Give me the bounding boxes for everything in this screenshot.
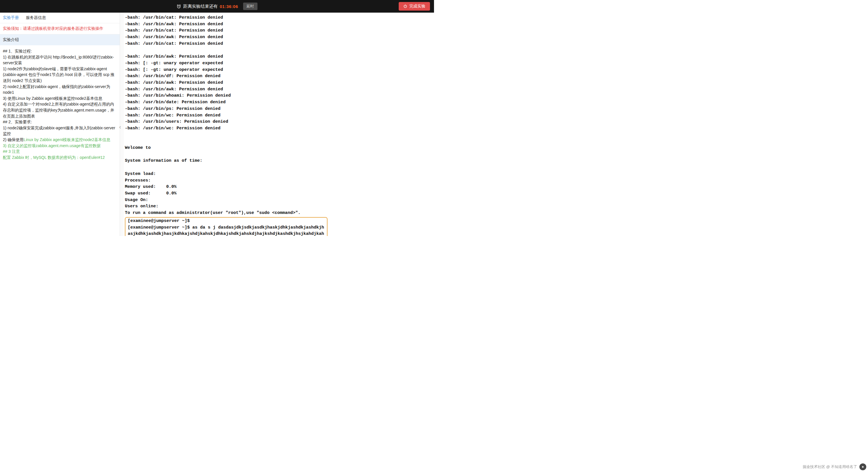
terminal-output: -bash: /usr/bin/cat: Permission denied-b… (125, 14, 434, 216)
terminal-line: Users online: (125, 203, 434, 210)
terminal-line: -bash: /usr/bin/date: Permission denied (125, 99, 434, 106)
manual-paragraph: 1) 在跳板机的浏览器中访问 http://$node1_ip:8080/进行z… (3, 54, 117, 66)
manual-paragraph: ## 2、实验要求: (3, 119, 117, 125)
power-icon (403, 4, 407, 8)
terminal-line: -bash: /usr/bin/awk: Permission denied (125, 34, 434, 41)
manual-paragraph: 1) node2作为zabbix的slave端，需要手动安装zabbix-age… (3, 66, 117, 84)
terminal-line: -bash: [: -gt: unary operator expected (125, 60, 434, 67)
terminal-line: To run a command as administrator(user "… (125, 210, 434, 216)
terminal-line (125, 151, 434, 158)
terminal-line: -bash: /usr/bin/cat: Permission denied (125, 14, 434, 21)
panel-divider: ‹ (120, 12, 124, 236)
manual-content: ## 1、实验过程:1) 在跳板机的浏览器中访问 http://$node1_i… (0, 45, 120, 160)
terminal-line (125, 132, 434, 138)
main-layout: 实验手册 服务器信息 实验须知：请通过跳板机登录对应的服务器进行实验操作 实验介… (0, 12, 434, 236)
experiment-sidebar: 实验手册 服务器信息 实验须知：请通过跳板机登录对应的服务器进行实验操作 实验介… (0, 12, 120, 236)
tab-server-info[interactable]: 服务器信息 (26, 15, 46, 20)
alarm-clock-icon (177, 4, 181, 9)
manual-paragraph: 1) node2确保安装完成zabbix-agent服务,并加入到zabbix-… (3, 125, 117, 137)
timer-label: 距离实验结束还有 (183, 4, 218, 9)
terminal-line: -bash: /usr/bin/awk: Permission denied (125, 54, 434, 60)
manual-paragraph: 3) 自定义的监控项zabbix.agent.mem.usage有监控数据 (3, 143, 117, 149)
terminal-line: Processes: (125, 177, 434, 184)
chevron-left-icon[interactable]: ‹ (119, 124, 121, 130)
terminal-line: -bash: /usr/bin/awk: Permission denied (125, 21, 434, 28)
section-title-intro: 实验介绍 (0, 34, 120, 45)
terminal-input-box[interactable]: [examinee@jumpserver ~]$[examinee@jumpse… (125, 217, 328, 236)
terminal-command-line[interactable]: [examinee@jumpserver ~]$ as da s j dasda… (128, 225, 324, 236)
terminal-line: -bash: /usr/bin/df: Permission denied (125, 73, 434, 80)
finish-button-label: 完成实验 (409, 4, 425, 9)
timer-group: 距离实验结束还有 01:36:06 延时 (177, 3, 257, 10)
terminal-line: -bash: /usr/bin/whoami: Permission denie… (125, 93, 434, 99)
topbar: 距离实验结束还有 01:36:06 延时 完成实验 (0, 0, 434, 12)
terminal-line (125, 138, 434, 145)
manual-paragraph: 3) 使用Linux by Zabbix agent模板来监控node2基本信息 (3, 96, 117, 102)
terminal-line: -bash: /usr/bin/awk: Permission denied (125, 80, 434, 86)
terminal-line (125, 47, 434, 54)
terminal-line: System load: (125, 171, 434, 177)
terminal-prompt-line: [examinee@jumpserver ~]$ (128, 218, 324, 225)
terminal-line: -bash: /usr/bin/users: Permission denied (125, 119, 434, 125)
terminal-line: Welcome to (125, 145, 434, 151)
manual-paragraph: 2) node2上配置好zabbix-agent，确保指向的zabbix-ser… (3, 84, 117, 96)
terminal-line: -bash: /usr/bin/awk: Permission denied (125, 86, 434, 93)
finish-experiment-button[interactable]: 完成实验 (399, 2, 430, 11)
manual-paragraph: 4) 自定义添加一个对node2上所有的zabbix-agent进程占用的内存总… (3, 101, 117, 119)
terminal-line: -bash: [: -gt: unary operator expected (125, 67, 434, 73)
terminal-line: Swap used: 0.0% (125, 191, 434, 197)
terminal-panel[interactable]: -bash: /usr/bin/cat: Permission denied-b… (124, 12, 434, 236)
terminal-line: -bash: /usr/bin/cat: Permission denied (125, 41, 434, 47)
tab-experiment-manual[interactable]: 实验手册 (3, 15, 19, 20)
terminal-line: Usage On: (125, 197, 434, 204)
terminal-line: Memory used: 0.0% (125, 184, 434, 191)
manual-paragraph: ## 1、实验过程: (3, 48, 117, 54)
terminal-line: System information as of time: (125, 158, 434, 164)
terminal-line: -bash: /usr/bin/wc: Permission denied (125, 112, 434, 119)
sidebar-tabs: 实验手册 服务器信息 (0, 12, 120, 23)
manual-paragraph: ## 3 注意 (3, 148, 117, 155)
manual-paragraph: 2) 确保使用Linux by Zabbix agent模板来监控node2基本… (3, 137, 117, 143)
manual-paragraph: 配置 Zabbix 时，MySQL 数据库的密码为：openEuler#12 (3, 155, 117, 161)
terminal-line: -bash: /usr/bin/wc: Permission denied (125, 125, 434, 132)
terminal-line: -bash: /usr/bin/cat: Permission denied (125, 28, 434, 34)
timer-value: 01:36:06 (220, 4, 238, 9)
experiment-notice: 实验须知：请通过跳板机登录对应的服务器进行实验操作 (0, 23, 120, 34)
delay-button[interactable]: 延时 (243, 3, 257, 10)
terminal-line (125, 164, 434, 171)
terminal-line: -bash: /usr/bin/ps: Permission denied (125, 106, 434, 112)
